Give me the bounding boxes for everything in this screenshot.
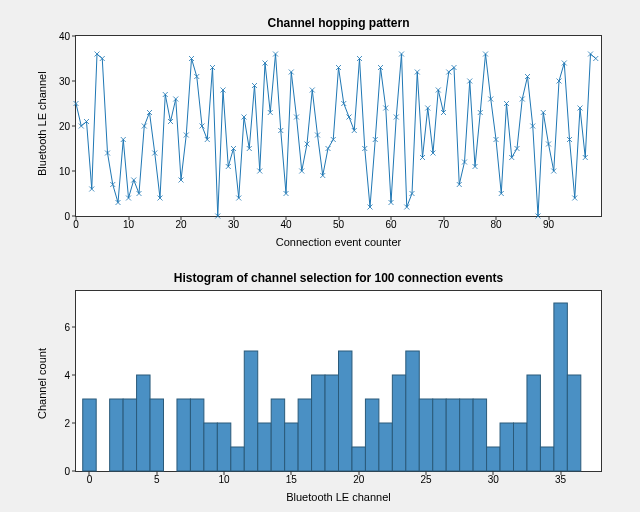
xtick-label: 10 bbox=[219, 474, 230, 485]
histogram-bar bbox=[325, 375, 338, 471]
xtick-label: 15 bbox=[286, 474, 297, 485]
ytick-label: 30 bbox=[59, 76, 70, 87]
histogram-bar bbox=[110, 399, 123, 471]
line-series bbox=[76, 54, 596, 216]
histogram-bar bbox=[258, 423, 271, 471]
ylabel-top: Bluetooth LE channel bbox=[36, 71, 48, 176]
ytick-label: 6 bbox=[64, 322, 70, 333]
xtick-label: 80 bbox=[490, 219, 501, 230]
histogram-bar bbox=[204, 423, 217, 471]
chart-title-top: Channel hopping pattern bbox=[76, 16, 601, 30]
histogram-bar bbox=[567, 375, 580, 471]
histogram-bar bbox=[392, 375, 405, 471]
xtick-label: 35 bbox=[555, 474, 566, 485]
xtick-label: 20 bbox=[353, 474, 364, 485]
xtick-label: 50 bbox=[333, 219, 344, 230]
ytick-label: 40 bbox=[59, 31, 70, 42]
line-plot-area bbox=[76, 36, 601, 216]
ytick-label: 10 bbox=[59, 166, 70, 177]
xlabel-top: Connection event counter bbox=[76, 236, 601, 248]
histogram-bar bbox=[473, 399, 486, 471]
histogram-bar bbox=[83, 399, 96, 471]
histogram-bar bbox=[446, 399, 459, 471]
histogram-bar bbox=[339, 351, 352, 471]
histogram-bar bbox=[433, 399, 446, 471]
chart-title-bottom: Histogram of channel selection for 100 c… bbox=[76, 271, 601, 285]
histogram-bar bbox=[244, 351, 257, 471]
histogram-bar bbox=[379, 423, 392, 471]
histogram-bar bbox=[419, 399, 432, 471]
histogram-bar bbox=[123, 399, 136, 471]
ytick-label: 0 bbox=[64, 211, 70, 222]
data-marker bbox=[593, 56, 598, 61]
ylabel-bottom: Channel count bbox=[36, 348, 48, 419]
ytick-label: 4 bbox=[64, 370, 70, 381]
histogram-bar bbox=[285, 423, 298, 471]
xtick-label: 0 bbox=[73, 219, 79, 230]
xtick-label: 10 bbox=[123, 219, 134, 230]
bar-plot-area bbox=[76, 291, 601, 471]
xtick-label: 30 bbox=[228, 219, 239, 230]
figure-container: Channel hopping pattern Connection event… bbox=[0, 0, 640, 512]
xtick-label: 60 bbox=[385, 219, 396, 230]
histogram-bar bbox=[365, 399, 378, 471]
xtick-label: 40 bbox=[280, 219, 291, 230]
xtick-label: 90 bbox=[543, 219, 554, 230]
data-marker bbox=[347, 115, 352, 120]
histogram-bar bbox=[540, 447, 553, 471]
histogram-bar bbox=[150, 399, 163, 471]
histogram-bar bbox=[352, 447, 365, 471]
ytick-label: 2 bbox=[64, 418, 70, 429]
xtick-label: 30 bbox=[488, 474, 499, 485]
histogram-bar bbox=[298, 399, 311, 471]
histogram-bar bbox=[312, 375, 325, 471]
histogram-bar bbox=[554, 303, 567, 471]
histogram-bar bbox=[271, 399, 284, 471]
histogram-bar bbox=[137, 375, 150, 471]
xtick-label: 20 bbox=[175, 219, 186, 230]
xlabel-bottom: Bluetooth LE channel bbox=[76, 491, 601, 503]
histogram-bar bbox=[514, 423, 527, 471]
histogram-bar bbox=[406, 351, 419, 471]
xtick-label: 5 bbox=[154, 474, 160, 485]
subplot-histogram: Histogram of channel selection for 100 c… bbox=[75, 290, 602, 472]
histogram-bar bbox=[527, 375, 540, 471]
xtick-label: 25 bbox=[420, 474, 431, 485]
histogram-bar bbox=[487, 447, 500, 471]
histogram-bar bbox=[500, 423, 513, 471]
xtick-label: 0 bbox=[87, 474, 93, 485]
xtick-label: 70 bbox=[438, 219, 449, 230]
histogram-bar bbox=[177, 399, 190, 471]
histogram-bar bbox=[231, 447, 244, 471]
histogram-bar bbox=[190, 399, 203, 471]
subplot-hopping-pattern: Channel hopping pattern Connection event… bbox=[75, 35, 602, 217]
histogram-bar bbox=[217, 423, 230, 471]
histogram-bar bbox=[460, 399, 473, 471]
ytick-label: 0 bbox=[64, 466, 70, 477]
ytick-label: 20 bbox=[59, 121, 70, 132]
